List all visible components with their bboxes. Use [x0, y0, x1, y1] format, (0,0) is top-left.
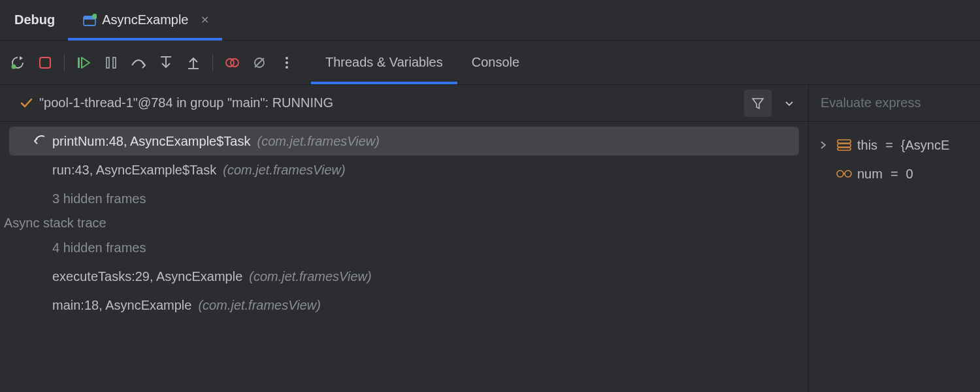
evaluate-placeholder: Evaluate express — [821, 95, 921, 110]
run-config-label: AsyncExample — [102, 12, 188, 27]
variables-pane: Evaluate express this = {AsyncE num — [809, 85, 980, 392]
filter-frames-button[interactable] — [744, 90, 772, 117]
drop-frame-icon — [33, 135, 46, 147]
variable-name: num — [857, 167, 883, 182]
frame-package: (com.jet.framesView) — [249, 269, 371, 284]
svg-point-23 — [845, 171, 851, 177]
thread-selector[interactable]: "pool-1-thread-1"@784 in group "main": R… — [0, 85, 808, 122]
run-config-tab[interactable]: AsyncExample ✕ — [68, 0, 221, 40]
toolbar-separator — [64, 54, 65, 72]
hidden-frames-row[interactable]: 3 hidden frames — [9, 184, 799, 213]
svg-point-17 — [286, 61, 288, 64]
frames-pane: "pool-1-thread-1"@784 in group "main": R… — [0, 85, 809, 392]
thread-label: "pool-1-thread-1"@784 in group "main": R… — [39, 95, 738, 110]
svg-point-3 — [12, 64, 16, 69]
view-breakpoints-button[interactable] — [220, 50, 244, 75]
close-tab-button[interactable]: ✕ — [201, 14, 209, 26]
svg-rect-20 — [838, 144, 851, 147]
svg-point-12 — [226, 59, 234, 67]
stop-button[interactable] — [33, 50, 57, 75]
tab-console[interactable]: Console — [457, 41, 534, 84]
frame-package: (com.jet.framesView) — [223, 163, 345, 178]
step-into-button[interactable] — [154, 50, 178, 75]
variable-value: 0 — [906, 167, 913, 182]
expand-chevron-icon[interactable] — [819, 141, 831, 149]
thread-dropdown-button[interactable] — [776, 90, 803, 117]
mute-breakpoints-button[interactable] — [247, 50, 272, 75]
variable-name: this — [857, 138, 877, 153]
variables-list: this = {AsyncE num = 0 — [809, 122, 980, 197]
svg-rect-21 — [838, 148, 851, 150]
watch-glasses-icon — [836, 166, 852, 182]
svg-point-13 — [231, 59, 238, 67]
svg-rect-5 — [78, 57, 80, 68]
step-out-button[interactable] — [181, 50, 206, 75]
debug-content: "pool-1-thread-1"@784 in group "main": R… — [0, 85, 980, 392]
debug-inner-tabs: Threads & Variables Console — [311, 41, 534, 84]
svg-rect-19 — [838, 140, 851, 143]
tab-threads-variables[interactable]: Threads & Variables — [311, 41, 457, 84]
pause-button[interactable] — [99, 50, 123, 75]
stack-frame[interactable]: run:43, AsyncExample$Task (com.jet.frame… — [9, 155, 799, 184]
frame-method: executeTasks:29, AsyncExample — [52, 269, 242, 284]
variable-row[interactable]: num = 0 — [809, 159, 980, 188]
svg-rect-6 — [106, 57, 109, 68]
stack-frame[interactable]: main:18, AsyncExample (com.jet.framesVie… — [9, 291, 799, 319]
frame-package: (com.jet.framesView) — [198, 298, 320, 313]
svg-rect-7 — [113, 57, 116, 68]
debug-toolwindow-title: Debug — [0, 12, 68, 27]
debug-toolbar: Threads & Variables Console — [0, 41, 980, 85]
equals-sign: = — [890, 167, 898, 182]
hidden-frames-label: 3 hidden frames — [52, 191, 146, 206]
frame-method: printNum:48, AsyncExample$Task — [52, 134, 250, 149]
object-icon — [836, 137, 852, 153]
hidden-frames-label: 4 hidden frames — [52, 240, 146, 255]
toolbar-separator — [212, 54, 213, 72]
debug-top-bar: Debug AsyncExample ✕ — [0, 0, 980, 41]
frame-method: run:43, AsyncExample$Task — [52, 163, 216, 178]
more-actions-button[interactable] — [274, 50, 299, 75]
async-stack-trace-label: Async stack trace — [0, 213, 808, 233]
svg-point-18 — [286, 66, 288, 69]
frames-list: printNum:48, AsyncExample$Task (com.jet.… — [0, 122, 808, 325]
stack-frame[interactable]: executeTasks:29, AsyncExample (com.jet.f… — [9, 262, 799, 291]
variable-row[interactable]: this = {AsyncE — [809, 131, 980, 159]
frame-package: (com.jet.framesView) — [257, 134, 379, 149]
svg-point-16 — [286, 57, 288, 59]
stack-frame[interactable]: printNum:48, AsyncExample$Task (com.jet.… — [9, 127, 799, 155]
evaluate-expression-input[interactable]: Evaluate express — [809, 85, 980, 122]
svg-point-22 — [837, 171, 843, 177]
application-icon — [82, 14, 95, 27]
rerun-button[interactable] — [5, 50, 30, 75]
equals-sign: = — [885, 138, 893, 153]
hidden-frames-row[interactable]: 4 hidden frames — [9, 233, 799, 262]
thread-status-check-icon — [20, 97, 33, 110]
svg-rect-4 — [40, 57, 50, 68]
resume-button[interactable] — [71, 50, 96, 75]
frame-method: main:18, AsyncExample — [52, 298, 191, 313]
variable-value: {AsyncE — [901, 138, 949, 153]
step-over-button[interactable] — [126, 50, 151, 75]
